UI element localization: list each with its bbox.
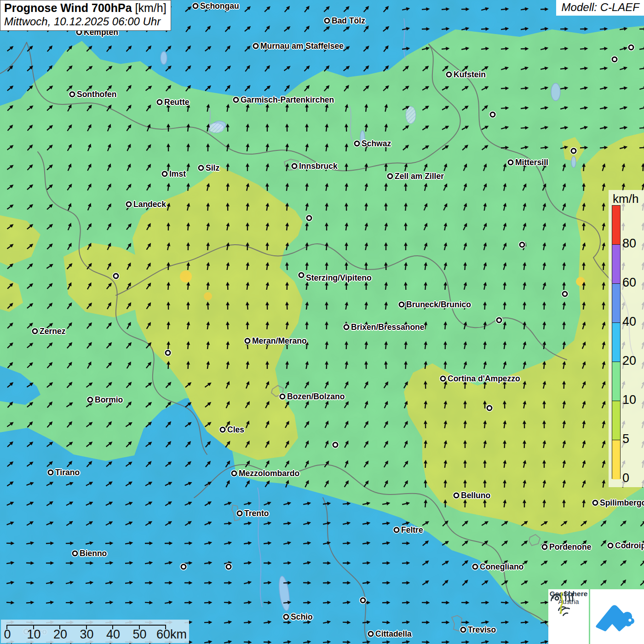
legend-title: km/h (613, 192, 638, 206)
legend-segment-20 (612, 323, 620, 362)
geosphere-logo: GeoSphere Austria (548, 589, 589, 644)
legend-segment-10 (612, 362, 620, 401)
scale-label-50: 50 (132, 627, 146, 642)
wind-speed-legend: km/h 806040201050 (609, 190, 644, 487)
scale-label-60km: 60km (156, 627, 187, 642)
forecast-datetime: Mittwoch, 10.12.2025 06:00 Uhr (4, 15, 167, 28)
legend-tick-10: 10 (622, 393, 636, 407)
page-title: Prognose Wind 700hPa [km/h] (4, 1, 167, 15)
legend-tick-40: 40 (622, 315, 636, 329)
scale-label-10: 10 (27, 627, 40, 642)
map-scale-bar: 0102030405060km (1, 620, 189, 643)
legend-tick-0: 0 (622, 471, 629, 485)
scale-label-40: 40 (106, 627, 120, 642)
legend-color-bar (612, 205, 621, 479)
scale-label-30: 30 (80, 627, 93, 642)
scale-label-0: 0 (4, 627, 11, 642)
scale-label-20: 20 (53, 627, 67, 642)
geosphere-icon (548, 589, 577, 618)
legend-segment-5 (612, 401, 620, 440)
legend-segment-0 (612, 440, 620, 479)
mountain-cloud-logo (590, 589, 644, 644)
legend-segment-60 (612, 245, 620, 284)
title-unit: [km/h] (132, 1, 167, 14)
title-main: Prognose Wind 700hPa (4, 1, 132, 14)
mountain-cloud-icon (590, 589, 634, 633)
legend-tick-80: 80 (622, 236, 636, 251)
legend-segment-40 (612, 284, 620, 323)
legend-tick-5: 5 (622, 432, 629, 446)
legend-tick-20: 20 (622, 354, 636, 368)
forecast-title-box: Prognose Wind 700hPa [km/h] Mittwoch, 10… (0, 0, 171, 31)
legend-tick-60: 60 (622, 276, 636, 290)
model-name-box: Modell: C-LAEF (556, 0, 644, 16)
legend-segment-80 (612, 206, 620, 245)
wind-forecast-map: SchongauBad TölzKemptenMurnau am Staffel… (0, 0, 644, 644)
map-canvas (0, 0, 644, 644)
terrain-shading (0, 0, 644, 644)
